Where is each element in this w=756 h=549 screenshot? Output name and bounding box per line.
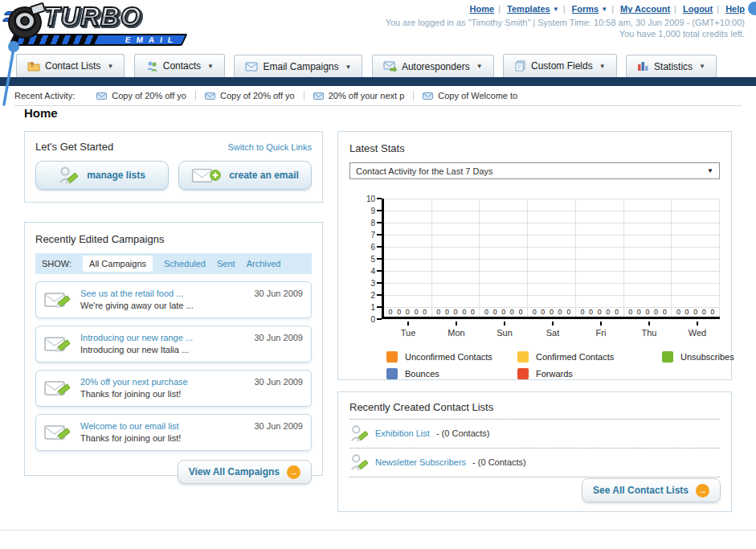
decorative-dot: [748, 2, 756, 15]
header-link-my-account[interactable]: My Account: [620, 4, 670, 14]
chart-day-group: 00000: [384, 199, 432, 317]
tab-scheduled[interactable]: Scheduled: [164, 259, 206, 268]
recent-activity-item[interactable]: 20% off your next p: [304, 91, 415, 100]
switch-to-quick-links-link[interactable]: Switch to Quick Links: [227, 142, 312, 152]
dropdown-caret-icon: ▼: [345, 64, 352, 71]
data-value-label: 0: [654, 308, 658, 316]
data-value-label: 0: [389, 308, 393, 316]
nav-tab-contacts[interactable]: Contacts▼: [134, 54, 225, 77]
y-tick-label: 3: [356, 279, 375, 288]
contact-list-count: - (0 Contacts): [436, 428, 490, 438]
data-value-label: 0: [598, 308, 602, 316]
get-started-title: Let's Get Started: [35, 141, 113, 153]
campaign-title-link[interactable]: Welcome to our email list: [80, 420, 247, 432]
campaign-title-link[interactable]: See us at the retail food ...: [80, 288, 247, 300]
dropdown-caret-icon: ▼: [476, 63, 483, 70]
header-link-home[interactable]: Home: [470, 4, 495, 14]
y-tick-label: 9: [356, 207, 375, 215]
contact-lists-title: Recently Created Contact Lists: [349, 401, 720, 420]
tab-all-campaigns[interactable]: All Campaigns: [83, 256, 153, 272]
contact-list-link[interactable]: Exhibition List: [375, 428, 430, 438]
data-value-label: 0: [423, 308, 427, 316]
x-tick-label: Sat: [529, 322, 577, 338]
data-value-label: 0: [645, 308, 649, 316]
legend-swatch: [386, 351, 398, 363]
header-link-help[interactable]: Help: [725, 4, 745, 14]
navy-divider-bar: [0, 77, 756, 86]
data-value-label: 0: [558, 308, 562, 316]
campaign-date: 30 Jun 2009: [254, 418, 303, 431]
campaign-row[interactable]: Welcome to our email listThanks for join…: [35, 414, 312, 451]
data-value-label: 0: [685, 308, 689, 316]
latest-stats-title: Latest Stats: [349, 142, 405, 154]
see-all-contact-lists-button[interactable]: See All Contact Lists →: [582, 478, 721, 502]
nav-tab-autoresponders[interactable]: Autoresponders▼: [372, 55, 494, 78]
dropdown-caret-icon: ▼: [699, 63, 705, 70]
envelope-icon: [245, 62, 258, 72]
tab-sent[interactable]: Sent: [217, 259, 235, 268]
data-value-label: 0: [454, 308, 458, 316]
y-tick-label: 10: [356, 195, 375, 203]
contact-list-link[interactable]: Newsletter Subscribers: [375, 457, 466, 467]
get-started-panel: Let's Get Started Switch to Quick Links …: [24, 131, 323, 203]
header-link-templates[interactable]: Templates: [507, 4, 550, 14]
legend-item: Unconfirmed Contacts: [386, 351, 517, 363]
x-tick-label: Wed: [673, 322, 721, 338]
nav-tab-custom-fields[interactable]: Custom Fields▼: [503, 54, 617, 77]
legend-item: Unsubscribes: [662, 351, 734, 363]
recent-activity-item[interactable]: Copy of Welcome to: [414, 91, 526, 100]
nav-tab-statistics[interactable]: Statistics▼: [626, 55, 717, 78]
nav-tab-contact-lists[interactable]: Contact Lists▼: [16, 54, 125, 77]
contact-lists-folder-icon: [27, 60, 40, 72]
chart-day-group: 00000: [480, 199, 528, 317]
manage-lists-button[interactable]: manage lists: [35, 161, 169, 190]
envelope-pencil-icon: [44, 376, 73, 400]
campaign-title-link[interactable]: Introducing our new range ...: [80, 332, 247, 344]
x-tick-label: Sun: [480, 322, 529, 338]
contact-list-row[interactable]: Newsletter Subscribers - (0 Contacts): [349, 449, 720, 477]
data-value-label: 0: [484, 308, 488, 316]
campaign-title-link[interactable]: 20% off your next purchase: [80, 376, 247, 388]
arrow-right-icon: →: [696, 484, 709, 498]
envelope-icon: [423, 92, 433, 100]
campaign-row[interactable]: Introducing our new range ...Introducing…: [35, 326, 312, 363]
y-tick-label: 0: [356, 315, 375, 324]
create-an-email-button[interactable]: create an email: [178, 161, 312, 190]
x-tick-label: Thu: [625, 322, 673, 338]
recently-created-contact-lists-panel: Recently Created Contact Lists Exhibitio…: [337, 391, 732, 512]
campaign-row[interactable]: 20% off your next purchaseThanks for joi…: [35, 370, 312, 407]
dropdown-caret-icon: ▼: [207, 63, 214, 70]
campaign-date: 30 Jun 2009: [254, 285, 303, 298]
dropdown-caret-icon: ▼: [553, 6, 559, 13]
stats-filter-select[interactable]: Contact Activity for the Last 7 Days ▼: [349, 162, 720, 179]
contacts-people-icon: [145, 60, 158, 72]
data-value-label: 0: [406, 308, 410, 316]
recent-activity-item[interactable]: Copy of 20% off yo: [88, 91, 196, 100]
legend-item: Confirmed Contacts: [517, 351, 662, 363]
envelope-icon: [313, 92, 324, 100]
contact-activity-chart: 012345678910 000000000000000000000000000…: [356, 199, 720, 319]
campaigns-title: Recently Edited Campaigns: [35, 233, 164, 245]
campaign-row[interactable]: See us at the retail food ...We're givin…: [35, 281, 312, 318]
recent-activity-item[interactable]: Copy of 20% off yo: [196, 91, 304, 100]
turbocharger-icon: [10, 6, 45, 39]
recently-edited-campaigns-panel: Recently Edited Campaigns SHOW: All Camp…: [24, 222, 323, 476]
campaign-subtitle: Thanks for joining our list!: [80, 388, 247, 400]
data-value-label: 0: [397, 308, 401, 316]
legend-swatch: [662, 351, 673, 363]
header-link-forms[interactable]: Forms: [572, 4, 599, 14]
contact-list-row[interactable]: Exhibition List - (0 Contacts): [349, 420, 720, 449]
data-value-label: 0: [445, 308, 449, 316]
header-link-logout[interactable]: Logout: [683, 4, 713, 14]
chart-day-group: 00000: [576, 199, 624, 317]
logo-title: TURBO: [43, 2, 141, 32]
view-all-campaigns-button[interactable]: View All Campaigns →: [178, 460, 312, 484]
stacked-pages-icon: [514, 60, 526, 72]
envelope-arrow-icon: [383, 61, 397, 72]
tab-archived[interactable]: Archived: [247, 259, 281, 268]
dropdown-caret-icon: ▼: [707, 167, 713, 174]
data-value-label: 0: [471, 308, 475, 316]
nav-tab-email-campaigns[interactable]: Email Campaigns▼: [234, 55, 362, 78]
header-links: Home| Templates ▼| Forms ▼| My Account| …: [470, 4, 745, 14]
main-nav: Contact Lists▼ Contacts▼ Email Campaigns…: [0, 54, 756, 78]
